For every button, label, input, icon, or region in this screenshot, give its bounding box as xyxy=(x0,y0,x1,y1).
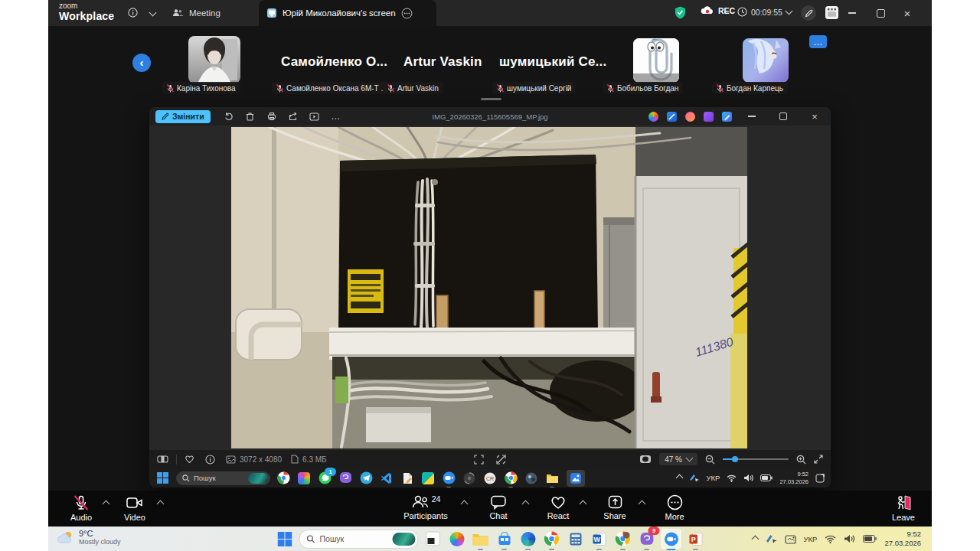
tab-meeting[interactable]: Meeting xyxy=(165,0,228,26)
taskbar-icon-paint[interactable] xyxy=(524,471,539,486)
photo-canvas[interactable]: 111380 xyxy=(149,126,831,450)
shared-clock[interactable]: 9:52 27.03.2026 xyxy=(779,471,808,485)
print-icon[interactable] xyxy=(261,107,283,126)
participant-tile-name[interactable]: Самойленко О... xyxy=(281,54,387,70)
language-indicator[interactable]: УКР xyxy=(804,535,818,543)
clock-widget[interactable]: 9:52 27.03.2026 xyxy=(884,530,921,549)
file-info-icon[interactable] xyxy=(205,455,215,465)
leave-button[interactable]: Leave xyxy=(882,494,925,522)
zoom-slider[interactable] xyxy=(723,458,789,460)
taskbar-icon-telegram[interactable] xyxy=(358,471,374,486)
battery-icon[interactable] xyxy=(760,474,773,481)
chevron-down-icon[interactable] xyxy=(149,9,157,17)
minimize-button[interactable] xyxy=(841,0,864,26)
minimize-button[interactable] xyxy=(740,107,763,126)
taskbar-icon-word[interactable]: W xyxy=(590,530,609,548)
copilot-icon[interactable] xyxy=(648,112,658,122)
participants-button[interactable]: 24 Participants xyxy=(397,494,455,520)
apps-grid-button[interactable] xyxy=(825,5,839,20)
audio-button[interactable]: Audio xyxy=(60,494,103,522)
taskbar-icon-zoom[interactable] xyxy=(441,471,456,486)
info-icon[interactable] xyxy=(128,8,138,18)
snip-tray-icon[interactable] xyxy=(785,534,796,544)
action-center-icon[interactable] xyxy=(815,474,825,483)
filmstrip-toggle-icon[interactable] xyxy=(157,455,168,464)
taskbar-icon-gamebar[interactable] xyxy=(462,471,477,486)
actual-size-icon[interactable] xyxy=(496,455,506,465)
share-options-chevron[interactable] xyxy=(639,500,646,508)
video-options-chevron[interactable] xyxy=(157,500,165,508)
more-button[interactable]: More xyxy=(653,494,696,521)
pen-input-icon[interactable] xyxy=(689,474,700,482)
delete-icon[interactable] xyxy=(240,107,261,126)
edit-button[interactable]: Змінити xyxy=(155,110,211,123)
designer-icon[interactable] xyxy=(722,112,732,122)
taskbar-icon-edge[interactable] xyxy=(519,530,537,548)
participant-tile-avatar[interactable] xyxy=(743,38,789,83)
video-button[interactable]: Video xyxy=(113,494,156,522)
share-icon[interactable] xyxy=(283,107,304,126)
taskbar-icon-whatsapp[interactable]: 1 xyxy=(317,471,332,486)
react-options-chevron[interactable] xyxy=(580,500,587,508)
taskbar-icon-chrome-profile[interactable] xyxy=(614,530,632,548)
taskbar-icon-snipping[interactable] xyxy=(424,530,443,548)
favorite-heart-icon[interactable] xyxy=(185,455,194,464)
start-button[interactable] xyxy=(276,530,294,548)
strip-more-button[interactable]: … xyxy=(809,35,827,48)
search-box[interactable]: Пошук xyxy=(299,530,419,549)
clipchamp-icon[interactable] xyxy=(685,112,695,122)
speaker-icon[interactable] xyxy=(743,474,753,482)
language-indicator[interactable]: УКР xyxy=(707,474,720,482)
audio-options-chevron[interactable] xyxy=(103,500,110,508)
taskbar-icon-documents[interactable] xyxy=(400,471,415,486)
wifi-icon[interactable] xyxy=(727,474,737,482)
zoom-in-icon[interactable] xyxy=(796,455,806,465)
taskbar-icon-copilot[interactable] xyxy=(448,530,466,548)
taskbar-icon-vscode[interactable] xyxy=(379,471,394,486)
taskbar-icon-explorer[interactable] xyxy=(472,530,490,548)
fit-to-window-icon[interactable] xyxy=(474,455,484,465)
start-button[interactable] xyxy=(155,471,170,486)
taskbar-icon-zoom-active[interactable] xyxy=(662,529,681,549)
taskbar-icon-chrome[interactable] xyxy=(276,471,291,486)
taskbar-icon-explorer[interactable] xyxy=(544,471,560,486)
strip-scroll-left-button[interactable]: ‹ xyxy=(132,54,151,72)
rotate-icon[interactable] xyxy=(218,107,240,126)
tray-expand-icon[interactable] xyxy=(675,474,683,482)
security-shield-icon[interactable] xyxy=(675,6,686,19)
meeting-timer[interactable]: 00:09:55 xyxy=(737,7,792,17)
zoom-out-icon[interactable] xyxy=(705,455,715,465)
battery-icon[interactable] xyxy=(863,535,877,543)
tray-expand-icon[interactable] xyxy=(751,535,759,543)
annotate-pencil-button[interactable] xyxy=(801,5,816,21)
more-options-icon[interactable]: … xyxy=(325,107,347,126)
close-button[interactable]: × xyxy=(803,107,826,126)
tab-shared-screen[interactable]: Юрій Миколайович's screen xyxy=(259,0,436,26)
restore-button[interactable] xyxy=(869,0,892,26)
wifi-icon[interactable] xyxy=(825,535,836,543)
participant-tile-video[interactable] xyxy=(188,36,240,83)
search-box[interactable]: Пошук xyxy=(176,471,270,485)
chat-options-chevron[interactable] xyxy=(522,500,530,508)
taskbar-icon-cr-app[interactable]: CR xyxy=(482,471,498,486)
photo-ai-icon[interactable] xyxy=(667,112,677,122)
recording-indicator[interactable]: REC xyxy=(701,6,735,15)
taskbar-icon-photos-mobile[interactable] xyxy=(296,471,312,486)
tab-options-icon[interactable] xyxy=(401,8,413,19)
zoom-slider-thumb[interactable] xyxy=(732,456,738,462)
purple-app-icon[interactable] xyxy=(704,112,714,122)
fullscreen-icon[interactable] xyxy=(814,455,823,464)
close-button[interactable]: × xyxy=(896,0,919,26)
participant-tile-name[interactable]: Artur Vaskin xyxy=(403,54,482,70)
chat-button[interactable]: Chat xyxy=(477,494,520,520)
taskbar-icon-chrome[interactable] xyxy=(543,530,561,548)
taskbar-icon-powerpoint[interactable]: P xyxy=(687,530,705,548)
participants-options-chevron[interactable] xyxy=(461,500,469,508)
share-button[interactable]: Share xyxy=(593,494,636,520)
taskbar-icon-chrome-2[interactable] xyxy=(503,471,518,486)
taskbar-icon-store[interactable] xyxy=(495,530,514,548)
participant-tile-name[interactable]: шумицький Се... xyxy=(499,54,606,70)
zoom-level-dropdown[interactable]: 47 % xyxy=(659,453,697,465)
pen-input-icon[interactable] xyxy=(766,534,777,543)
background-blur-icon[interactable] xyxy=(639,455,652,464)
